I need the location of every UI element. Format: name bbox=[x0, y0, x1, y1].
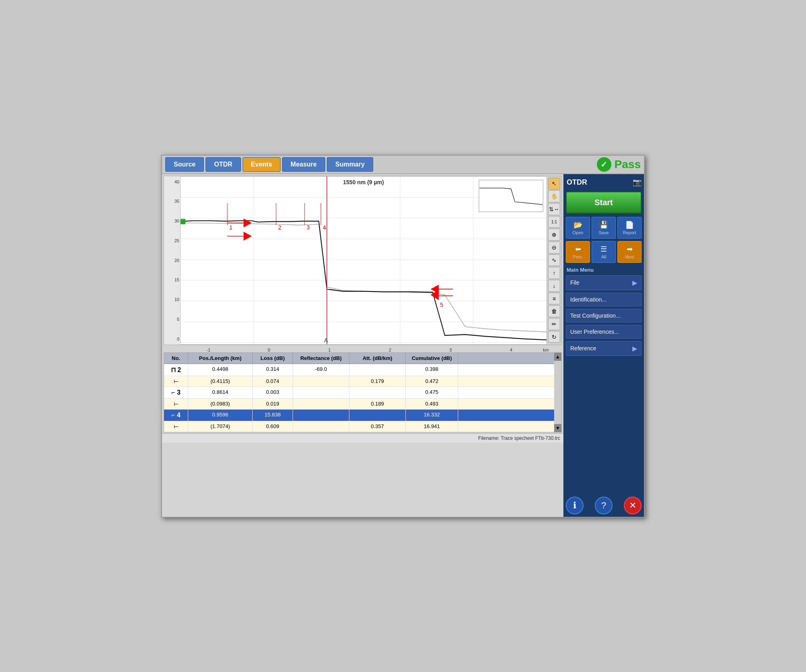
cell-pos: 0.9596 bbox=[188, 410, 253, 421]
cell-loss: 15.838 bbox=[253, 410, 293, 421]
cell-cum: 0.398 bbox=[406, 364, 458, 376]
chart-area: 40 35 30 25 20 15 10 5 0 1550 nm (9 µm) bbox=[164, 176, 562, 345]
cell-loss: 0.074 bbox=[253, 376, 293, 387]
table-scrollbar[interactable]: ▲ ▼ bbox=[554, 353, 561, 432]
svg-text:A: A bbox=[324, 337, 328, 343]
menu-test-config[interactable]: Test Configuration... bbox=[566, 309, 642, 322]
menu-identification[interactable]: Identification... bbox=[566, 293, 642, 306]
report-label: Report bbox=[623, 230, 636, 235]
chart-tools: ↖ ✋ ⇅↔ 1:1 ⊕ ⊖ ∿ ↑ ↓ ≡ 🗑 ✏ ↻ bbox=[547, 176, 561, 345]
thumbnail-chart bbox=[479, 180, 543, 212]
file-actions-row: 📂 Open 💾 Save 📄 Report bbox=[566, 217, 642, 239]
tab-measure[interactable]: Measure bbox=[282, 157, 325, 172]
nav-bar: Source OTDR Events Measure Summary ✓ Pas… bbox=[162, 156, 644, 174]
cell-att bbox=[349, 387, 406, 398]
report-button[interactable]: 📄 Report bbox=[617, 217, 642, 239]
save-label: Save bbox=[598, 230, 609, 235]
event-icon: ⌐ 3 bbox=[164, 387, 188, 398]
zoom-out-tool[interactable]: ⊖ bbox=[548, 241, 560, 254]
table-row[interactable]: ⌐ 3 0.8614 0.003 0.475 bbox=[164, 387, 561, 399]
col-pos: Pos./Length (km) bbox=[188, 353, 253, 364]
save-button[interactable]: 💾 Save bbox=[592, 217, 616, 239]
panel-title: OTDR bbox=[566, 177, 588, 188]
svg-text:4: 4 bbox=[323, 224, 326, 231]
table-row[interactable]: ⊢ (0.4115) 0.074 0.179 0.472 bbox=[164, 376, 561, 387]
scroll-up-btn[interactable]: ▲ bbox=[554, 353, 561, 361]
col-att: Att. (dB/km) bbox=[349, 353, 406, 364]
event-icon: ⊢ bbox=[164, 376, 188, 387]
menu-section-title: Main Menu bbox=[566, 265, 642, 274]
menu-user-prefs[interactable]: User Preferences... bbox=[566, 325, 642, 339]
main-panel: 40 35 30 25 20 15 10 5 0 1550 nm (9 µm) bbox=[162, 174, 563, 517]
status-bar: Filename: Trace specheet FTb-730.trc bbox=[162, 433, 563, 443]
cell-loss: 0.019 bbox=[253, 399, 293, 409]
cell-att: 0.179 bbox=[349, 376, 406, 387]
refresh-tool[interactable]: ↻ bbox=[548, 331, 560, 343]
prev-button[interactable]: ⬅ Prev. bbox=[566, 241, 590, 263]
cell-loss: 0.003 bbox=[253, 387, 293, 398]
table-body: ⊓ 2 0.4498 0.314 -69.0 0.398 ⊢ (0.4115) … bbox=[164, 364, 561, 432]
table-row[interactable]: ⊢ (1.7074) 0.609 0.357 16.941 bbox=[164, 421, 561, 432]
col-cum: Cumulative (dB) bbox=[406, 353, 458, 364]
all-label: All bbox=[601, 254, 606, 259]
cell-cum: 0.493 bbox=[406, 399, 458, 409]
zoom-1to1-tool[interactable]: 1:1 bbox=[548, 216, 560, 228]
nav-actions-row: ⬅ Prev. ☰ All ➡ Next bbox=[566, 241, 642, 263]
x-axis: -1 0 1 2 3 4 km bbox=[178, 347, 563, 352]
chart-plot[interactable]: 1550 nm (9 µm) bbox=[180, 176, 547, 345]
camera-icon: 📷 bbox=[633, 178, 642, 187]
cell-pos: (1.7074) bbox=[188, 421, 253, 432]
cell-refl bbox=[293, 376, 349, 387]
tab-summary[interactable]: Summary bbox=[327, 157, 373, 172]
bottom-icons: ℹ ? ✕ bbox=[566, 494, 642, 514]
cell-loss: 0.314 bbox=[253, 364, 293, 376]
cell-pos: 0.4498 bbox=[188, 364, 253, 376]
table-view-tool[interactable]: ≡ bbox=[548, 293, 560, 305]
open-button[interactable]: 📂 Open bbox=[566, 217, 590, 239]
x-unit: km bbox=[543, 347, 549, 352]
cell-att: 0.189 bbox=[349, 399, 406, 409]
cell-cum: 16.332 bbox=[406, 410, 458, 421]
close-button[interactable]: ✕ bbox=[624, 497, 642, 514]
open-label: Open bbox=[573, 230, 584, 235]
menu-reference[interactable]: Reference ▶ bbox=[566, 341, 642, 356]
col-refl: Reflectance (dB) bbox=[293, 353, 349, 364]
cell-pos: (0.0983) bbox=[188, 399, 253, 409]
tab-otdr[interactable]: OTDR bbox=[206, 157, 241, 172]
pass-label: Pass bbox=[615, 158, 641, 171]
cell-att: 0.357 bbox=[349, 421, 406, 432]
table-header: No. Pos./Length (km) Loss (dB) Reflectan… bbox=[164, 353, 561, 364]
next-button[interactable]: ➡ Next bbox=[617, 241, 642, 263]
tab-events[interactable]: Events bbox=[243, 157, 280, 172]
info-button[interactable]: ℹ bbox=[566, 497, 584, 514]
scroll-down-tool[interactable]: ↓ bbox=[548, 280, 560, 292]
right-panel: OTDR 📷 Start 📂 Open 💾 Save 📄 Report bbox=[563, 174, 644, 517]
cell-cum: 16.941 bbox=[406, 421, 458, 432]
svg-marker-13 bbox=[243, 218, 251, 227]
wave-tool[interactable]: ∿ bbox=[548, 254, 560, 266]
cursor-tool[interactable]: ↖ bbox=[548, 178, 560, 190]
help-button[interactable]: ? bbox=[595, 497, 613, 514]
delete-tool[interactable]: 🗑 bbox=[548, 305, 560, 317]
svg-text:3: 3 bbox=[307, 224, 310, 231]
svg-text:2: 2 bbox=[278, 224, 281, 231]
table-row[interactable]: ⊓ 2 0.4498 0.314 -69.0 0.398 bbox=[164, 364, 561, 376]
menu-file[interactable]: File ▶ bbox=[566, 275, 642, 290]
table-row[interactable]: ⌐ 4 0.9596 15.838 16.332 bbox=[164, 410, 561, 421]
tab-source[interactable]: Source bbox=[165, 157, 204, 172]
cell-pos: (0.4115) bbox=[188, 376, 253, 387]
scroll-down-btn[interactable]: ▼ bbox=[554, 424, 561, 432]
zoom-fit-tool[interactable]: ⇅↔ bbox=[548, 203, 560, 215]
pass-icon: ✓ bbox=[597, 157, 611, 172]
scroll-up-tool[interactable]: ↑ bbox=[548, 267, 560, 279]
pan-tool[interactable]: ✋ bbox=[548, 190, 560, 202]
table-row[interactable]: ⊢ (0.0983) 0.019 0.189 0.493 bbox=[164, 399, 561, 410]
all-button[interactable]: ☰ All bbox=[592, 241, 616, 263]
start-button[interactable]: Start bbox=[566, 191, 642, 214]
svg-marker-15 bbox=[243, 231, 251, 240]
edit-tool[interactable]: ✏ bbox=[548, 318, 560, 330]
svg-text:5: 5 bbox=[440, 301, 443, 308]
cell-refl bbox=[293, 410, 349, 421]
event-icon: ⌐ 4 bbox=[164, 410, 188, 421]
zoom-in-tool[interactable]: ⊕ bbox=[548, 229, 560, 241]
